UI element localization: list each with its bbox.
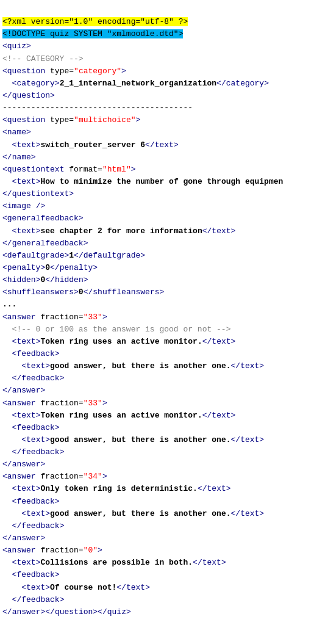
code-line: <category>2_1_internal_network_organizat… bbox=[2, 78, 326, 90]
code-line: <feedback> bbox=[2, 348, 326, 360]
code-line: ... bbox=[2, 298, 326, 311]
code-line: <text>Of course not!</text> bbox=[2, 582, 326, 594]
code-line: <!DOCTYPE quiz SYSTEM "xmlmoodle.dtd"> bbox=[2, 28, 326, 40]
code-line: <feedback> bbox=[2, 496, 326, 508]
code-line: <text>good answer, but there is another … bbox=[2, 360, 326, 372]
code-line: </feedback> bbox=[2, 372, 326, 385]
code-line: <answer fraction="34"> bbox=[2, 471, 326, 483]
code-line: </answer> bbox=[2, 458, 326, 471]
code-line: </feedback> bbox=[2, 594, 326, 606]
code-line: <text>Token ring uses an active monitor.… bbox=[2, 410, 326, 422]
code-line: <feedback> bbox=[2, 569, 326, 581]
code-line: <name> bbox=[2, 126, 326, 139]
code-line: <quiz> bbox=[2, 40, 326, 52]
code-line: </feedback> bbox=[2, 446, 326, 458]
code-line: <text>switch_router_server 6</text> bbox=[2, 139, 326, 151]
code-line: <hidden>0</hidden> bbox=[2, 274, 326, 286]
code-line: </generalfeedback> bbox=[2, 237, 326, 250]
code-view: <?xml version="1.0" encoding="utf-8" ?><… bbox=[0, 0, 328, 622]
code-line: <text>Collisions are possible in both.</… bbox=[2, 557, 326, 569]
code-line: </questiontext> bbox=[2, 188, 326, 200]
code-line: <?xml version="1.0" encoding="utf-8" ?> bbox=[2, 16, 326, 28]
code-line: <answer fraction="33"> bbox=[2, 397, 326, 410]
code-line: </question> bbox=[2, 90, 326, 102]
code-line: <shuffleanswers>0</shuffleanswers> bbox=[2, 286, 326, 298]
code-line: <text>How to minimize the number of gone… bbox=[2, 176, 326, 188]
code-line: <image /> bbox=[2, 200, 326, 212]
code-line: <answer fraction="33"> bbox=[2, 311, 326, 324]
code-line: </name> bbox=[2, 151, 326, 164]
code-line: <generalfeedback> bbox=[2, 212, 326, 225]
code-line: <questiontext format="html"> bbox=[2, 164, 326, 176]
code-line: ---------------------------------------- bbox=[2, 102, 326, 114]
code-line: <!-- CATEGORY --> bbox=[2, 53, 326, 65]
code-line: <!-- 0 or 100 as the answer is good or n… bbox=[2, 324, 326, 336]
code-line: </answer> bbox=[2, 532, 326, 545]
code-line: <defaultgrade>1</defaultgrade> bbox=[2, 250, 326, 262]
code-line: <answer fraction="0"> bbox=[2, 545, 326, 557]
code-line: <text>good answer, but there is another … bbox=[2, 434, 326, 446]
code-line: <question type="multichoice"> bbox=[2, 114, 326, 126]
code-line: <text>Only token ring is deterministic.<… bbox=[2, 483, 326, 495]
code-line: <penalty>0</penalty> bbox=[2, 262, 326, 274]
code-line: </answer></question></quiz> bbox=[2, 606, 326, 618]
code-line: </feedback> bbox=[2, 520, 326, 532]
code-line: </answer> bbox=[2, 385, 326, 397]
code-line: <text>see chapter 2 for more information… bbox=[2, 225, 326, 237]
code-line: <feedback> bbox=[2, 422, 326, 434]
code-line: <text>Token ring uses an active monitor.… bbox=[2, 336, 326, 348]
code-line: <text>good answer, but there is another … bbox=[2, 508, 326, 520]
code-line: <question type="category"> bbox=[2, 65, 326, 78]
